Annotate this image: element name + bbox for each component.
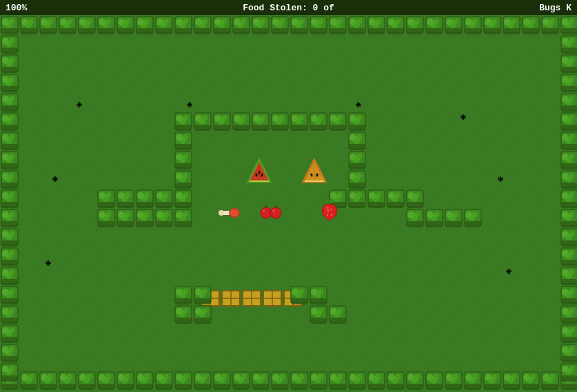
- svg-point-74: [272, 209, 275, 212]
- food-stolen-display: Food Stolen: 0 of: [243, 3, 334, 13]
- crate-row: [201, 291, 302, 306]
- svg-point-79: [326, 206, 329, 210]
- bug-8: [506, 269, 512, 274]
- bug-2: [187, 102, 192, 107]
- bug-6: [498, 176, 503, 182]
- game-container: 100% Food Stolen: 0 of Bugs K: [0, 0, 577, 392]
- svg-point-77: [327, 214, 328, 216]
- drumstick: [219, 208, 240, 218]
- svg-point-64: [230, 209, 239, 216]
- bug-1: [77, 102, 82, 107]
- hud-bar: 100% Food Stolen: 0 of Bugs K: [0, 0, 577, 15]
- svg-point-73: [263, 209, 265, 212]
- watermelon-left: [248, 160, 270, 182]
- game-svg: [0, 15, 577, 392]
- game-area: [0, 15, 577, 392]
- bug-7: [45, 260, 51, 266]
- apple-cluster: [261, 205, 281, 218]
- svg-point-76: [330, 209, 332, 211]
- health-display: 100%: [6, 3, 27, 13]
- bugs-killed-display: Bugs K: [539, 3, 571, 13]
- bug-3: [356, 102, 361, 107]
- bug-4: [460, 114, 466, 120]
- svg-point-65: [219, 210, 224, 216]
- svg-point-78: [331, 214, 332, 216]
- svg-point-53: [259, 171, 261, 174]
- watermelon-right: [303, 160, 325, 182]
- bug-5: [52, 176, 58, 182]
